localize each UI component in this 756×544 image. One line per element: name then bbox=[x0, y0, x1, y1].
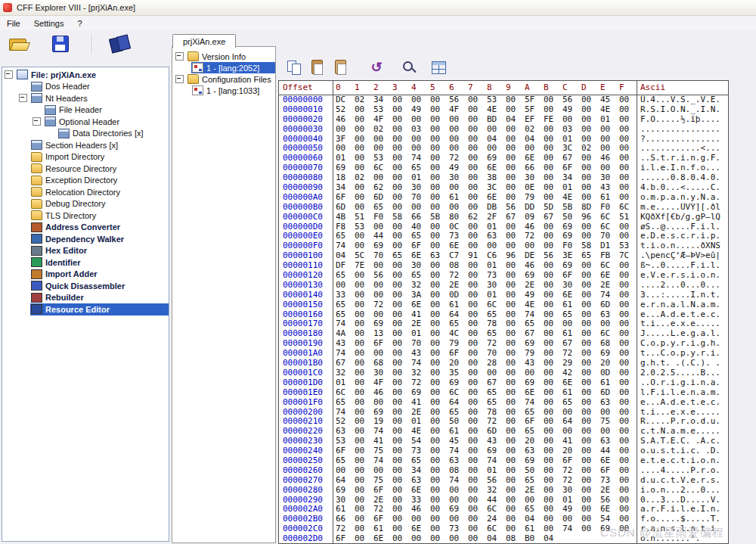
byte-cell[interactable]: 4F bbox=[449, 105, 468, 115]
hex-row[interactable]: 000000D0 F853000040000C000100460069006C0… bbox=[279, 222, 728, 232]
row-ascii[interactable]: o.u.s.t.i.c. .D. bbox=[637, 446, 728, 456]
byte-cell[interactable]: 01 bbox=[487, 261, 506, 271]
byte-cell[interactable]: 08 bbox=[449, 466, 468, 476]
row-ascii[interactable]: ................ bbox=[637, 125, 728, 135]
row-ascii[interactable]: ............<... bbox=[637, 144, 728, 154]
row-ascii[interactable]: e.t.e.c.t.i.o.n. bbox=[637, 456, 728, 466]
byte-cell[interactable]: 00 bbox=[468, 183, 487, 193]
byte-cell[interactable]: 30 bbox=[449, 173, 468, 183]
row-bytes[interactable]: 6500560065007200730069006F006E00 bbox=[333, 271, 637, 281]
byte-cell[interactable]: 02 bbox=[355, 95, 373, 105]
byte-cell[interactable]: 6E bbox=[600, 456, 619, 466]
byte-cell[interactable]: 24 bbox=[487, 514, 506, 524]
byte-cell[interactable]: 00 bbox=[581, 135, 600, 145]
byte-cell[interactable]: 38 bbox=[487, 173, 506, 183]
byte-cell[interactable]: 65 bbox=[336, 300, 355, 310]
byte-cell[interactable]: 65 bbox=[562, 310, 581, 320]
row-bytes[interactable]: 630074004E0061006D00650000000000 bbox=[333, 427, 637, 437]
sidebar-item-tls-directory[interactable]: TLS Directory bbox=[2, 210, 169, 222]
byte-cell[interactable]: 6D bbox=[373, 193, 392, 203]
byte-cell[interactable]: 00 bbox=[336, 144, 355, 154]
sidebar-item-file-header[interactable]: File Header bbox=[2, 104, 169, 117]
byte-cell[interactable]: 00 bbox=[392, 514, 411, 524]
byte-cell[interactable]: 0D bbox=[449, 291, 468, 300]
byte-cell[interactable]: 00 bbox=[355, 291, 373, 300]
byte-cell[interactable]: 00 bbox=[506, 524, 525, 534]
byte-cell[interactable]: 30 bbox=[336, 496, 355, 505]
byte-cell[interactable]: 00 bbox=[392, 261, 411, 271]
byte-cell[interactable]: 69 bbox=[525, 271, 544, 281]
byte-cell[interactable]: 01 bbox=[336, 154, 355, 163]
byte-cell[interactable]: 74 bbox=[336, 319, 355, 329]
byte-cell[interactable]: 44 bbox=[487, 496, 506, 505]
byte-cell[interactable]: F0 bbox=[600, 203, 619, 213]
byte-cell[interactable]: 00 bbox=[525, 368, 544, 378]
tree-expander-icon[interactable] bbox=[33, 117, 41, 126]
table-icon[interactable] bbox=[430, 59, 448, 76]
hex-row[interactable]: 00000030 0000020003000000000002000300000… bbox=[279, 125, 728, 135]
byte-cell[interactable]: 00 bbox=[619, 417, 637, 427]
byte-cell[interactable]: DD bbox=[525, 203, 544, 213]
byte-cell[interactable]: 54 bbox=[411, 437, 430, 446]
row-bytes[interactable]: 65000000410064006500740065006300 bbox=[333, 398, 637, 408]
byte-cell[interactable]: 01 bbox=[600, 115, 619, 125]
byte-cell[interactable]: 20 bbox=[562, 446, 581, 456]
byte-cell[interactable]: 6C bbox=[487, 505, 506, 514]
byte-cell[interactable]: 00 bbox=[619, 310, 637, 320]
row-ascii[interactable]: d.u.c.t.V.e.r.s. bbox=[637, 476, 728, 486]
byte-cell[interactable]: 00 bbox=[449, 115, 468, 125]
byte-cell[interactable]: 34 bbox=[411, 466, 430, 476]
byte-cell[interactable]: 00 bbox=[544, 163, 562, 173]
byte-cell[interactable]: 00 bbox=[581, 115, 600, 125]
byte-cell[interactable]: F0 bbox=[373, 213, 392, 222]
row-ascii[interactable]: f.o.....$.....T. bbox=[637, 514, 728, 524]
byte-cell[interactable]: 74 bbox=[336, 241, 355, 251]
byte-cell[interactable]: 00 bbox=[544, 359, 562, 368]
byte-cell[interactable]: 45 bbox=[449, 437, 468, 446]
byte-cell[interactable]: 6E bbox=[411, 300, 430, 310]
byte-cell[interactable]: 53 bbox=[336, 437, 355, 446]
byte-cell[interactable]: 61 bbox=[449, 193, 468, 203]
byte-cell[interactable]: 66 bbox=[411, 213, 430, 222]
hex-row[interactable]: 00000210 520019000100500072006F006400750… bbox=[279, 417, 728, 427]
row-bytes[interactable]: DC0234000000560053005F0056004500 bbox=[333, 95, 637, 105]
byte-cell[interactable]: 00 bbox=[392, 222, 411, 232]
byte-cell[interactable]: 79 bbox=[449, 339, 468, 349]
byte-cell[interactable]: 61 bbox=[562, 329, 581, 339]
byte-cell[interactable]: 00 bbox=[430, 95, 449, 105]
sidebar-item-rebuilder[interactable]: Rebuilder bbox=[2, 292, 169, 304]
byte-cell[interactable]: 00 bbox=[430, 105, 449, 115]
byte-cell[interactable]: 6C bbox=[600, 329, 619, 339]
byte-cell[interactable]: 00 bbox=[468, 427, 487, 437]
byte-cell[interactable]: 72 bbox=[562, 466, 581, 476]
byte-cell[interactable]: F0 bbox=[562, 241, 581, 251]
hex-row[interactable]: 00000120 6500560065007200730069006F006E0… bbox=[279, 271, 728, 281]
byte-cell[interactable]: 00 bbox=[430, 193, 449, 203]
resource-item-configuration-files[interactable]: Configuration Files bbox=[172, 73, 275, 85]
byte-cell[interactable]: 00 bbox=[468, 135, 487, 145]
byte-cell[interactable]: 2E bbox=[373, 496, 392, 505]
byte-cell[interactable]: 58 bbox=[581, 241, 600, 251]
byte-cell[interactable]: 00 bbox=[506, 417, 525, 427]
byte-cell[interactable]: 74 bbox=[449, 476, 468, 486]
byte-cell[interactable]: 00 bbox=[430, 310, 449, 320]
row-ascii[interactable]: ....2...0...0... bbox=[637, 281, 728, 291]
byte-cell[interactable]: 69 bbox=[336, 486, 355, 496]
byte-cell[interactable]: 00 bbox=[430, 466, 449, 476]
byte-cell[interactable]: 68 bbox=[600, 339, 619, 349]
byte-cell[interactable]: 00 bbox=[581, 183, 600, 193]
sidebar-item-section-headers-x[interactable]: Section Headers [x] bbox=[2, 139, 169, 151]
byte-cell[interactable]: 00 bbox=[544, 378, 562, 388]
row-ascii[interactable]: ?............... bbox=[637, 135, 728, 145]
byte-cell[interactable]: 00 bbox=[468, 203, 487, 213]
byte-cell[interactable]: 70 bbox=[600, 232, 619, 241]
byte-cell[interactable]: 00 bbox=[430, 183, 449, 193]
row-bytes[interactable]: 64007500630074005600650072007300 bbox=[333, 476, 637, 486]
byte-cell[interactable]: 00 bbox=[430, 222, 449, 232]
row-ascii[interactable]: ......0.8.0.4.0. bbox=[637, 173, 728, 183]
row-bytes[interactable]: 53004100540045004300200041006300 bbox=[333, 437, 637, 446]
byte-cell[interactable]: 00 bbox=[355, 349, 373, 359]
byte-cell[interactable]: 65 bbox=[411, 456, 430, 466]
byte-cell[interactable]: 00 bbox=[355, 144, 373, 154]
byte-cell[interactable]: 6C bbox=[487, 300, 506, 310]
